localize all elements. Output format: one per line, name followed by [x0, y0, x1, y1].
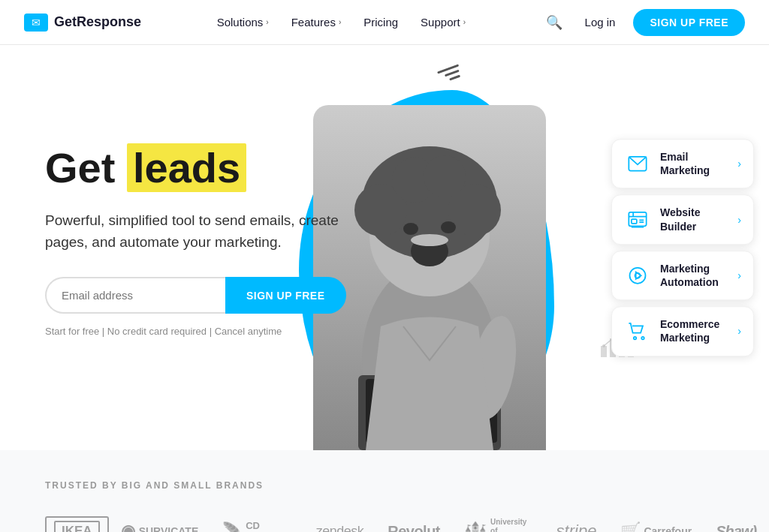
feature-card-website[interactable]: WebsiteBuilder › [611, 195, 754, 245]
svg-point-13 [441, 221, 456, 233]
arrow-icon: › [737, 326, 741, 338]
email-input[interactable] [45, 277, 225, 314]
brand-revolut: Revolut [375, 517, 452, 533]
svg-point-6 [424, 155, 466, 197]
deco-line-3 [449, 75, 460, 81]
arrow-icon: › [737, 158, 741, 170]
brand-stripe: stripe [544, 515, 609, 532]
hero-form: SIGN UP FREE [45, 277, 360, 314]
brand-shaw: Shaw) [704, 517, 768, 533]
feature-card-ecommerce[interactable]: EcommerceMarketing › [611, 306, 754, 356]
website-icon [624, 206, 651, 233]
brand-carrefour: 🛒 Carrefour [608, 515, 704, 532]
trusted-section: TRUSTED BY BIG AND SMALL BRANDS IKEA ◉ S… [0, 450, 769, 532]
feature-card-automation-label: MarketingAutomation [660, 262, 719, 289]
svg-point-11 [411, 234, 448, 246]
svg-point-30 [630, 268, 646, 284]
feature-card-website-label: WebsiteBuilder [660, 206, 700, 233]
feature-card-email-label: EmailMarketing [660, 150, 710, 177]
svg-rect-14 [601, 346, 607, 357]
arrow-icon: › [737, 269, 741, 281]
hero-cta-button[interactable]: SIGN UP FREE [225, 277, 346, 314]
hero-section: Get leads Powerful, simplified tool to s… [0, 45, 769, 450]
svg-rect-26 [632, 219, 637, 224]
navbar: GetResponse Solutions › Features › Prici… [0, 0, 769, 45]
feature-card-email[interactable]: EmailMarketing › [611, 139, 754, 188]
hero-title: Get leads [45, 143, 360, 193]
nav-features[interactable]: Features › [282, 10, 351, 35]
svg-point-34 [641, 337, 644, 340]
trusted-label: TRUSTED BY BIG AND SMALL BRANDS [45, 480, 724, 491]
arrow-icon: › [737, 214, 741, 226]
hero-subtitle: Powerful, simplified tool to send emails… [45, 210, 360, 253]
brands-row: IKEA ◉ SURVICATE 🪶 CD PROJEKT zendesk Re… [45, 512, 724, 532]
automation-icon [624, 262, 651, 289]
brand-cdprojekt: 🪶 CD PROJEKT [210, 514, 303, 532]
svg-point-12 [403, 223, 418, 235]
logo[interactable]: GetResponse [24, 14, 141, 32]
svg-point-18 [602, 344, 605, 347]
brand-survicate: ◉ SURVICATE [109, 515, 211, 532]
deco-lines [437, 64, 463, 83]
hero-title-highlight: leads [127, 143, 246, 193]
nav-support[interactable]: Support › [412, 10, 475, 35]
chevron-icon: › [339, 18, 341, 26]
hero-fine-print: Start for free | No credit card required… [45, 326, 360, 337]
nav-pricing[interactable]: Pricing [354, 10, 407, 35]
brand-nottingham: 🏰 University of Nottingham [452, 512, 544, 532]
nav-solutions[interactable]: Solutions › [208, 10, 278, 35]
brand-zendesk: zendesk [304, 518, 376, 533]
hero-left: Get leads Powerful, simplified tool to s… [0, 143, 360, 383]
logo-icon [24, 14, 48, 32]
brand-ikea: IKEA [45, 516, 109, 532]
search-icon[interactable]: 🔍 [541, 10, 567, 35]
nav-signup-button[interactable]: SIGN UP FREE [633, 9, 745, 36]
logo-text: GetResponse [54, 14, 141, 30]
chevron-icon: › [266, 18, 268, 26]
chevron-icon: › [463, 18, 466, 26]
nav-links: Solutions › Features › Pricing Support › [208, 10, 475, 35]
email-icon [624, 150, 651, 177]
nav-actions: 🔍 Log in SIGN UP FREE [541, 9, 745, 36]
login-link[interactable]: Log in [576, 10, 625, 35]
feature-card-automation[interactable]: MarketingAutomation › [611, 251, 754, 300]
feature-card-ecommerce-label: EcommerceMarketing [660, 317, 719, 344]
ecommerce-icon [624, 318, 651, 345]
feature-cards: EmailMarketing › WebsiteBuilder › [611, 139, 754, 356]
svg-point-33 [634, 337, 637, 340]
